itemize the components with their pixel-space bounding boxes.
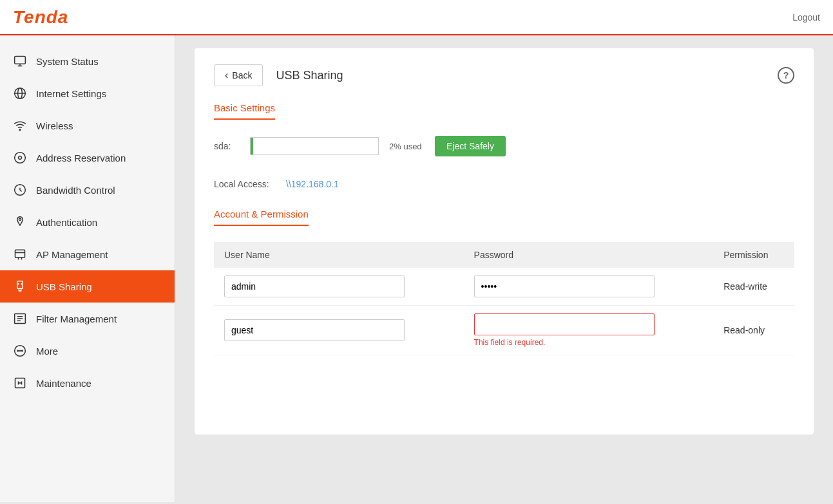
storage-row: sda: 2% used Eject Safely [214, 136, 794, 163]
monitor-icon [13, 54, 27, 68]
password-error-msg: This field is required. [474, 338, 704, 347]
main-layout: System Status Internet Settings [0, 35, 833, 502]
svg-point-24 [17, 350, 19, 351]
sidebar-label-ap-management: AP Management [36, 249, 108, 260]
back-label: Back [232, 70, 252, 80]
col-header-password: Password [464, 242, 714, 268]
svg-rect-11 [15, 250, 25, 257]
permissions-table: User Name Password Permission [214, 242, 794, 355]
wifi-icon [13, 118, 27, 133]
globe-icon [13, 86, 27, 100]
svg-point-7 [15, 153, 26, 163]
content-card: ‹ Back USB Sharing ? Basic Settings sda:… [195, 48, 814, 434]
table-header-row: User Name Password Permission [214, 242, 794, 268]
logout-button[interactable]: Logout [792, 12, 820, 23]
sidebar-item-more[interactable]: More [0, 335, 175, 367]
sidebar-item-filter-management[interactable]: Filter Management [0, 303, 175, 335]
account-permission-tab: Account & Permission [214, 209, 309, 226]
main-content: ‹ Back USB Sharing ? Basic Settings sda:… [175, 35, 833, 502]
more-icon [13, 344, 27, 358]
sidebar-item-address-reservation[interactable]: Address Reservation [0, 142, 175, 174]
svg-point-8 [19, 156, 22, 160]
svg-point-26 [22, 350, 23, 351]
page-header: ‹ Back USB Sharing ? [214, 64, 794, 86]
page-title: USB Sharing [276, 69, 343, 82]
td-permission-admin: Read-write [713, 268, 794, 306]
password-input-admin[interactable] [474, 275, 655, 297]
td-username-admin [214, 268, 464, 306]
progress-bar-container [250, 137, 379, 155]
sidebar-label-system-status: System Status [36, 56, 99, 67]
bandwidth-icon [13, 183, 27, 197]
auth-icon [13, 215, 27, 229]
local-access-value: \\192.168.0.1 [286, 179, 339, 189]
sidebar-label-wireless: Wireless [36, 120, 73, 131]
sidebar-label-bandwidth-control: Bandwidth Control [36, 185, 115, 196]
sidebar-item-usb-sharing[interactable]: USB Sharing [0, 270, 175, 303]
filter-icon [13, 312, 27, 326]
table-row: Read-write [214, 268, 794, 306]
col-header-permission: Permission [713, 242, 794, 268]
ap-icon [13, 247, 27, 261]
storage-label: sda: [214, 141, 240, 151]
sidebar-item-internet-settings[interactable]: Internet Settings [0, 77, 175, 109]
username-input-admin[interactable] [224, 275, 405, 297]
basic-settings-tab: Basic Settings [214, 102, 275, 120]
svg-point-10 [19, 218, 21, 220]
sidebar: System Status Internet Settings [0, 35, 175, 502]
progress-bar-fill [251, 138, 253, 154]
sidebar-label-maintenance: Maintenance [36, 378, 91, 389]
back-button[interactable]: ‹ Back [214, 64, 263, 86]
sidebar-item-maintenance[interactable]: Maintenance [0, 367, 175, 399]
td-password-admin [464, 268, 714, 306]
usb-icon [13, 279, 27, 294]
svg-rect-0 [15, 57, 26, 64]
sidebar-item-ap-management[interactable]: AP Management [0, 238, 175, 270]
td-username-guest [214, 306, 464, 355]
password-input-guest[interactable] [474, 313, 655, 335]
logo: Tenda [13, 7, 68, 28]
svg-point-25 [19, 350, 21, 351]
sidebar-label-address-reservation: Address Reservation [36, 153, 126, 163]
svg-point-6 [19, 129, 21, 131]
col-header-username: User Name [214, 242, 464, 268]
sidebar-label-filter-management: Filter Management [36, 313, 117, 324]
sidebar-item-system-status[interactable]: System Status [0, 45, 175, 77]
sidebar-label-usb-sharing: USB Sharing [36, 281, 92, 292]
permission-value-guest: Read-only [723, 325, 765, 335]
td-password-guest: This field is required. [464, 306, 714, 355]
table-row: This field is required. Read-only [214, 306, 794, 355]
maintenance-icon [13, 376, 27, 390]
eject-safely-button[interactable]: Eject Safely [435, 136, 506, 156]
help-icon[interactable]: ? [778, 67, 794, 84]
username-input-guest[interactable] [224, 319, 405, 341]
chevron-left-icon: ‹ [225, 70, 228, 81]
sidebar-label-internet-settings: Internet Settings [36, 88, 106, 99]
ip-icon [13, 151, 27, 165]
permission-value-admin: Read-write [723, 281, 767, 292]
sidebar-item-wireless[interactable]: Wireless [0, 109, 175, 142]
local-access-label: Local Access: [214, 179, 278, 189]
sidebar-label-more: More [36, 346, 58, 357]
sidebar-item-bandwidth-control[interactable]: Bandwidth Control [0, 174, 175, 206]
sidebar-item-authentication[interactable]: Authentication [0, 206, 175, 238]
sidebar-label-authentication: Authentication [36, 217, 97, 228]
local-access-row: Local Access: \\192.168.0.1 [214, 179, 794, 189]
td-permission-guest: Read-only [713, 306, 794, 355]
header: Tenda Logout [0, 0, 833, 35]
used-text: 2% used [389, 142, 425, 151]
